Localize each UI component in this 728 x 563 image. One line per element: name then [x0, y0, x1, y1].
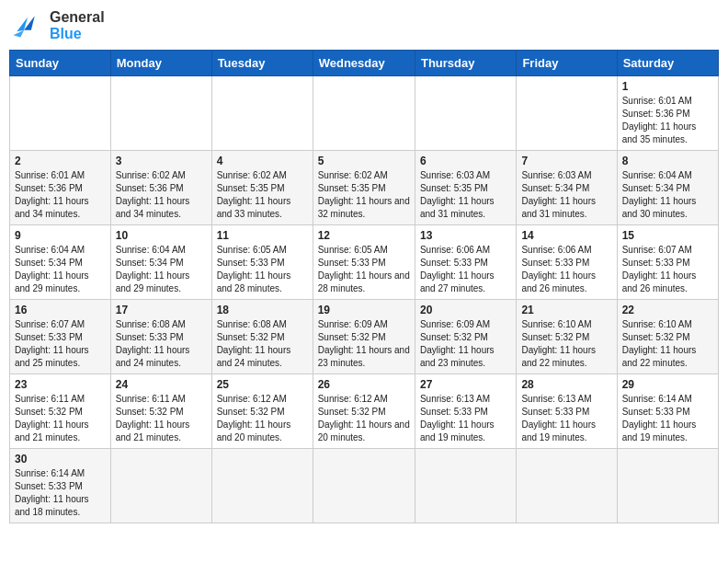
cell-content: Sunrise: 6:02 AM Sunset: 5:35 PM Dayligh… [318, 169, 410, 221]
calendar-cell [617, 449, 718, 523]
header-sunday: Sunday [10, 51, 111, 76]
calendar-cell: 22Sunrise: 6:10 AM Sunset: 5:32 PM Dayli… [617, 300, 718, 374]
calendar-cell: 29Sunrise: 6:14 AM Sunset: 5:33 PM Dayli… [617, 374, 718, 449]
calendar-cell [313, 76, 415, 151]
calendar-cell: 30Sunrise: 6:14 AM Sunset: 5:33 PM Dayli… [10, 449, 111, 523]
calendar-header-row: SundayMondayTuesdayWednesdayThursdayFrid… [10, 51, 719, 76]
cell-content: Sunrise: 6:13 AM Sunset: 5:33 PM Dayligh… [521, 393, 611, 444]
calendar-cell [415, 449, 516, 523]
calendar-cell [211, 76, 313, 151]
cell-content: Sunrise: 6:04 AM Sunset: 5:34 PM Dayligh… [116, 244, 207, 295]
calendar-week-5: 30Sunrise: 6:14 AM Sunset: 5:33 PM Dayli… [10, 449, 719, 523]
calendar-cell: 6Sunrise: 6:03 AM Sunset: 5:35 PM Daylig… [415, 151, 516, 225]
cell-content: Sunrise: 6:13 AM Sunset: 5:33 PM Dayligh… [420, 393, 511, 444]
header-thursday: Thursday [415, 51, 516, 76]
calendar-cell: 28Sunrise: 6:13 AM Sunset: 5:33 PM Dayli… [517, 374, 617, 449]
calendar-cell: 11Sunrise: 6:05 AM Sunset: 5:33 PM Dayli… [211, 225, 313, 300]
day-number: 30 [15, 453, 106, 465]
day-number: 2 [15, 155, 106, 167]
day-number: 23 [15, 378, 106, 391]
day-number: 9 [15, 229, 106, 242]
day-number: 20 [420, 304, 511, 316]
calendar-week-4: 23Sunrise: 6:11 AM Sunset: 5:32 PM Dayli… [10, 374, 719, 449]
day-number: 4 [217, 155, 308, 167]
svg-marker-2 [13, 29, 24, 37]
cell-content: Sunrise: 6:09 AM Sunset: 5:32 PM Dayligh… [420, 318, 511, 370]
header-wednesday: Wednesday [313, 51, 415, 76]
day-number: 5 [318, 155, 410, 167]
logo-text: General Blue [50, 9, 105, 42]
cell-content: Sunrise: 6:05 AM Sunset: 5:33 PM Dayligh… [217, 244, 308, 295]
calendar-cell: 25Sunrise: 6:12 AM Sunset: 5:32 PM Dayli… [211, 374, 313, 449]
cell-content: Sunrise: 6:08 AM Sunset: 5:33 PM Dayligh… [116, 318, 207, 370]
day-number: 17 [116, 304, 207, 316]
calendar-cell: 23Sunrise: 6:11 AM Sunset: 5:32 PM Dayli… [10, 374, 111, 449]
cell-content: Sunrise: 6:06 AM Sunset: 5:33 PM Dayligh… [420, 244, 511, 295]
calendar-table: SundayMondayTuesdayWednesdayThursdayFrid… [9, 50, 719, 523]
cell-content: Sunrise: 6:05 AM Sunset: 5:33 PM Dayligh… [318, 244, 410, 295]
cell-content: Sunrise: 6:12 AM Sunset: 5:32 PM Dayligh… [318, 393, 410, 444]
day-number: 8 [622, 155, 713, 167]
day-number: 15 [622, 229, 713, 242]
cell-content: Sunrise: 6:14 AM Sunset: 5:33 PM Dayligh… [15, 467, 106, 519]
day-number: 12 [318, 229, 410, 242]
cell-content: Sunrise: 6:02 AM Sunset: 5:36 PM Dayligh… [116, 169, 207, 221]
cell-content: Sunrise: 6:08 AM Sunset: 5:32 PM Dayligh… [217, 318, 308, 370]
page-header: General Blue [9, 9, 719, 42]
calendar-cell: 2Sunrise: 6:01 AM Sunset: 5:36 PM Daylig… [10, 151, 111, 225]
day-number: 1 [622, 80, 713, 93]
calendar-week-1: 2Sunrise: 6:01 AM Sunset: 5:36 PM Daylig… [10, 151, 719, 225]
day-number: 10 [116, 229, 207, 242]
cell-content: Sunrise: 6:07 AM Sunset: 5:33 PM Dayligh… [622, 244, 713, 295]
calendar-cell: 26Sunrise: 6:12 AM Sunset: 5:32 PM Dayli… [313, 374, 415, 449]
header-tuesday: Tuesday [211, 51, 313, 76]
cell-content: Sunrise: 6:03 AM Sunset: 5:35 PM Dayligh… [420, 169, 511, 221]
cell-content: Sunrise: 6:14 AM Sunset: 5:33 PM Dayligh… [622, 393, 713, 444]
day-number: 28 [521, 378, 611, 391]
calendar-cell: 5Sunrise: 6:02 AM Sunset: 5:35 PM Daylig… [313, 151, 415, 225]
day-number: 11 [217, 229, 308, 242]
calendar-cell [517, 449, 617, 523]
calendar-cell: 27Sunrise: 6:13 AM Sunset: 5:33 PM Dayli… [415, 374, 516, 449]
cell-content: Sunrise: 6:11 AM Sunset: 5:32 PM Dayligh… [15, 393, 106, 444]
calendar-cell: 15Sunrise: 6:07 AM Sunset: 5:33 PM Dayli… [617, 225, 718, 300]
calendar-cell: 18Sunrise: 6:08 AM Sunset: 5:32 PM Dayli… [211, 300, 313, 374]
cell-content: Sunrise: 6:11 AM Sunset: 5:32 PM Dayligh… [116, 393, 207, 444]
calendar-cell [415, 76, 516, 151]
cell-content: Sunrise: 6:10 AM Sunset: 5:32 PM Dayligh… [622, 318, 713, 370]
day-number: 13 [420, 229, 511, 242]
cell-content: Sunrise: 6:04 AM Sunset: 5:34 PM Dayligh… [15, 244, 106, 295]
calendar-cell: 21Sunrise: 6:10 AM Sunset: 5:32 PM Dayli… [517, 300, 617, 374]
calendar-cell [110, 449, 211, 523]
cell-content: Sunrise: 6:01 AM Sunset: 5:36 PM Dayligh… [622, 95, 713, 146]
day-number: 21 [521, 304, 611, 316]
cell-content: Sunrise: 6:12 AM Sunset: 5:32 PM Dayligh… [217, 393, 308, 444]
calendar-cell [110, 76, 211, 151]
calendar-cell: 4Sunrise: 6:02 AM Sunset: 5:35 PM Daylig… [211, 151, 313, 225]
day-number: 7 [521, 155, 611, 167]
logo-icon [9, 10, 46, 42]
calendar-week-2: 9Sunrise: 6:04 AM Sunset: 5:34 PM Daylig… [10, 225, 719, 300]
calendar-cell: 19Sunrise: 6:09 AM Sunset: 5:32 PM Dayli… [313, 300, 415, 374]
logo: General Blue [9, 9, 105, 42]
header-saturday: Saturday [617, 51, 718, 76]
day-number: 6 [420, 155, 511, 167]
calendar-cell: 9Sunrise: 6:04 AM Sunset: 5:34 PM Daylig… [10, 225, 111, 300]
calendar-cell: 16Sunrise: 6:07 AM Sunset: 5:33 PM Dayli… [10, 300, 111, 374]
calendar-cell: 13Sunrise: 6:06 AM Sunset: 5:33 PM Dayli… [415, 225, 516, 300]
calendar-cell: 12Sunrise: 6:05 AM Sunset: 5:33 PM Dayli… [313, 225, 415, 300]
day-number: 27 [420, 378, 511, 391]
cell-content: Sunrise: 6:10 AM Sunset: 5:32 PM Dayligh… [521, 318, 611, 370]
calendar-cell [211, 449, 313, 523]
calendar-cell: 20Sunrise: 6:09 AM Sunset: 5:32 PM Dayli… [415, 300, 516, 374]
day-number: 18 [217, 304, 308, 316]
day-number: 22 [622, 304, 713, 316]
day-number: 16 [15, 304, 106, 316]
calendar-cell: 1Sunrise: 6:01 AM Sunset: 5:36 PM Daylig… [617, 76, 718, 151]
header-friday: Friday [517, 51, 617, 76]
calendar-week-0: 1Sunrise: 6:01 AM Sunset: 5:36 PM Daylig… [10, 76, 719, 151]
day-number: 25 [217, 378, 308, 391]
calendar-cell: 7Sunrise: 6:03 AM Sunset: 5:34 PM Daylig… [517, 151, 617, 225]
calendar-cell: 10Sunrise: 6:04 AM Sunset: 5:34 PM Dayli… [110, 225, 211, 300]
calendar-cell: 8Sunrise: 6:04 AM Sunset: 5:34 PM Daylig… [617, 151, 718, 225]
